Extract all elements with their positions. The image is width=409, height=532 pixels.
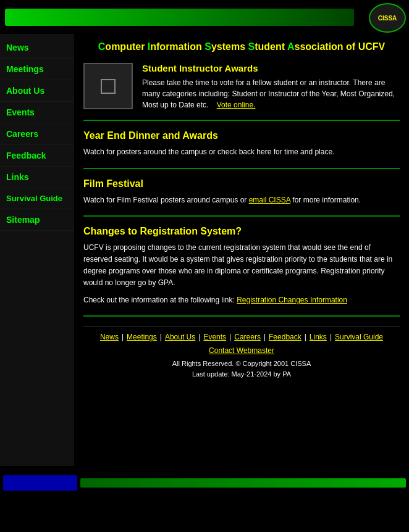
page-title: Computer Information Systems Student Ass… [83, 40, 400, 54]
footer-link-careers[interactable]: Careers [234, 333, 261, 341]
vote-online-link[interactable]: Vote online. [217, 101, 256, 109]
title-s2: S [248, 41, 255, 52]
sidebar-item-feedback[interactable]: Feedback [0, 145, 74, 167]
title-association: ssociation of UCFV [295, 41, 386, 52]
sep6: | [305, 333, 306, 341]
sep7: | [330, 333, 332, 341]
title-systems: ystems [211, 41, 248, 52]
bottom-bar-blue [3, 475, 77, 491]
divider-4 [83, 315, 400, 317]
title-computer: omputer [105, 41, 147, 52]
header-logo: CISSA [369, 3, 406, 33]
main-content: Computer Information Systems Student Ass… [74, 34, 409, 466]
footer-link-links[interactable]: Links [310, 333, 327, 341]
sep3: | [198, 333, 200, 341]
year-end-text: Watch for posters around the campus or c… [83, 146, 400, 158]
film-festival-section: Film Festival Watch for Film Festival po… [83, 178, 400, 206]
awards-section: Student Instructor Awards Please take th… [83, 63, 400, 110]
layout: News Meetings About Us Events Careers Fe… [0, 34, 409, 466]
sidebar-item-events[interactable]: Events [0, 102, 74, 123]
copyright-text: All Rights Reserved. © Copyright 2001 CI… [172, 360, 311, 367]
awards-heading: Student Instructor Awards [142, 63, 400, 73]
registration-text1: UCFV is proposing changes to the current… [83, 242, 400, 289]
sidebar-item-news[interactable]: News [0, 37, 74, 59]
sidebar-item-survival[interactable]: Survival Guide [0, 188, 74, 209]
divider-1 [83, 120, 400, 121]
footer-link-feedback[interactable]: Feedback [269, 333, 301, 341]
footer-link-events[interactable]: Events [203, 333, 226, 341]
sidebar-item-careers[interactable]: Careers [0, 123, 74, 145]
film-heading: Film Festival [83, 178, 400, 189]
registration-section: Changes to Registration System? UCFV is … [83, 226, 400, 306]
sidebar-item-meetings[interactable]: Meetings [0, 59, 74, 80]
film-text: Watch for Film Festival posters around c… [83, 194, 400, 206]
sep1: | [122, 333, 124, 341]
last-update-text: Last update: May-21-2024 by PA [192, 370, 291, 378]
registration-text2: Check out the information at the followi… [83, 294, 400, 306]
bottom-bar [0, 472, 409, 494]
sep4: | [229, 333, 231, 341]
divider-2 [83, 168, 400, 169]
award-content: Student Instructor Awards Please take th… [142, 63, 400, 110]
footer-link-meetings[interactable]: Meetings [127, 333, 157, 341]
logo-text: CISSA [378, 15, 397, 22]
footer-copyright: All Rights Reserved. © Copyright 2001 CI… [86, 359, 397, 380]
sidebar-item-sitemap[interactable]: Sitemap [0, 209, 74, 231]
header-green-bar [5, 9, 354, 26]
header: CISSA [0, 0, 409, 34]
sep5: | [264, 333, 266, 341]
bottom-bar-green [80, 478, 406, 488]
footer-link-survival[interactable]: Survival Guide [335, 333, 383, 341]
awards-text: Please take the time to vote for a fello… [142, 77, 400, 110]
footer-link-about[interactable]: About Us [165, 333, 195, 341]
title-s1: S [204, 41, 211, 52]
registration-heading: Changes to Registration System? [83, 226, 400, 237]
title-information: nformation [150, 41, 204, 52]
year-end-heading: Year End Dinner and Awards [83, 130, 400, 141]
divider-3 [83, 215, 400, 217]
sidebar-item-links[interactable]: Links [0, 167, 74, 188]
sep2: | [160, 333, 162, 341]
award-image [83, 63, 133, 109]
title-a: A [287, 41, 295, 52]
footer-contact-link[interactable]: Contact Webmaster [86, 346, 397, 355]
title-student: tudent [255, 41, 287, 52]
email-cissa-link[interactable]: email CISSA [249, 196, 290, 204]
sidebar-item-about[interactable]: About Us [0, 80, 74, 102]
footer-link-news[interactable]: News [100, 333, 119, 341]
year-end-section: Year End Dinner and Awards Watch for pos… [83, 130, 400, 158]
registration-link[interactable]: Registration Changes Information [237, 296, 347, 304]
footer-links: News | Meetings | About Us | Events | Ca… [86, 333, 397, 341]
title-c: C [98, 41, 106, 52]
footer: News | Meetings | About Us | Events | Ca… [83, 326, 400, 386]
sidebar: News Meetings About Us Events Careers Fe… [0, 34, 74, 466]
